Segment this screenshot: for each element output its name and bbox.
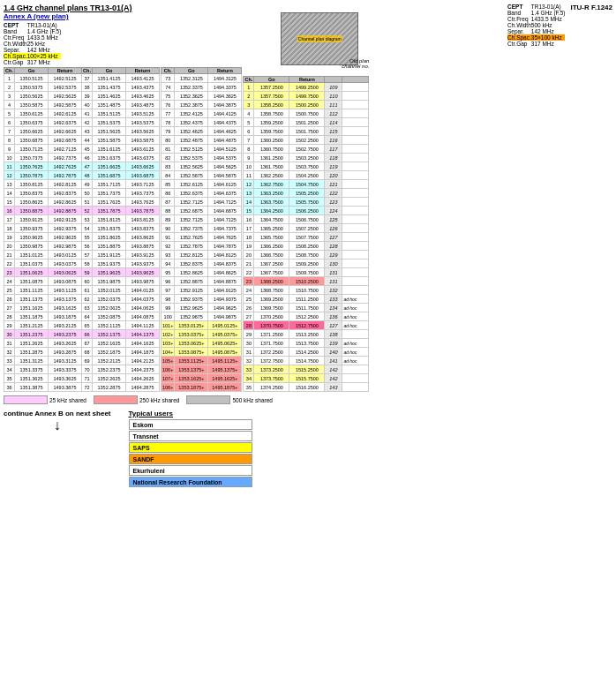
table-row: 201366.75001508.7500129 xyxy=(244,251,369,260)
table-row: 281370.75001512.7500127ad hoc xyxy=(244,321,369,330)
table-row: 941352.83751494.8375 xyxy=(162,260,242,268)
channel-diagram: Channel plan diagram xyxy=(281,12,358,65)
table-row: 871352.71251494.7125 xyxy=(162,198,242,207)
table-row: 221367.75001509.7500131 xyxy=(244,268,369,277)
table-row: 811352.51251494.5125 xyxy=(162,145,242,154)
legend-25: 25 kHz shared xyxy=(4,395,86,404)
table-row: 731352.31251494.3125 xyxy=(162,74,242,83)
legend-250: 250 kHz shared xyxy=(94,395,180,404)
table-row: 191366.25001508.2500128 xyxy=(244,242,369,251)
right-main-table: Ch. Go Return 11357.25001499.25001092135… xyxy=(243,76,369,392)
table-row: 105+1353.1125+1495.1125+ xyxy=(162,357,242,365)
table-row: 291371.25001513.2500138 xyxy=(244,330,369,339)
table-row: 106+1353.1375+1495.1375+ xyxy=(162,365,242,374)
right-col-ret: Return xyxy=(289,77,325,83)
table-row: 101+1353.0125+1495.0125+ xyxy=(162,321,242,330)
table-row: 821352.53751494.5375 xyxy=(162,154,242,162)
right-col-adhoc xyxy=(342,77,369,83)
table-row: 81360.75001502.7500117 xyxy=(244,145,369,154)
col-ret2-header: Return xyxy=(126,68,160,74)
main-title: 1.4 GHz channel plans TR13-01(A) xyxy=(4,4,132,12)
mid-col-ch: Ch. xyxy=(162,68,175,74)
table-row: 301371.75001513.7500139ad hoc xyxy=(244,339,369,348)
table-row: 91350.71251492.7125451351.61251493.6125 xyxy=(4,145,160,154)
table-row: 261369.75001511.7500134ad hoc xyxy=(244,304,369,312)
table-row: 131350.81251492.8125491351.71251493.7125 xyxy=(4,180,160,189)
table-row: 171365.25001507.2500126 xyxy=(244,224,369,233)
typical-users-list: EskomTransnetSAPSSANDFEkurhuleniNational… xyxy=(129,419,252,487)
table-row: 971352.91251494.9125 xyxy=(162,286,242,295)
table-row: 161364.75001506.7500125 xyxy=(244,215,369,224)
mid-main-table: Ch. Go Return 731352.31251494.3125741352… xyxy=(161,67,242,392)
table-row: 1001352.98751494.9875 xyxy=(162,312,242,321)
table-row: 111350.76251492.7625471351.66251493.6625 xyxy=(4,162,160,171)
table-row: 341351.33751493.3375701352.23751494.2375 xyxy=(4,365,160,374)
table-row: 108+1353.1875+1495.1875+ xyxy=(162,383,242,392)
table-row: 121350.78751492.7875481351.68751493.6875 xyxy=(4,171,160,180)
table-row: 981352.93751494.9375 xyxy=(162,295,242,304)
typical-users-block: Typical users EskomTransnetSAPSSANDFEkur… xyxy=(129,410,252,488)
table-row: 107+1353.1625+1495.1625+ xyxy=(162,374,242,383)
table-row: 781352.43751494.4375 xyxy=(162,118,242,127)
table-row: 191350.96251492.9625551351.86251493.8625 xyxy=(4,233,160,242)
table-row: 241351.08751493.0875601351.98751493.9875 xyxy=(4,277,160,286)
legend-row: 25 kHz shared 250 kHz shared 500 kHz sha… xyxy=(4,395,612,404)
right-section: Old plan channel no. Ch. Go Return 11357… xyxy=(243,67,369,392)
table-row: 281351.18751493.1875641352.08751494.0875 xyxy=(4,312,160,321)
table-row: 311372.25001514.2500140ad hoc xyxy=(244,348,369,357)
table-row: 901352.73751494.7375 xyxy=(162,224,242,233)
table-row: 251351.11251493.1125611352.01251494.0125 xyxy=(4,286,160,295)
table-row: 171350.91251492.9125531351.81251493.8125 xyxy=(4,215,160,224)
table-row: 41350.58751492.5875401351.48751493.4875 xyxy=(4,101,160,109)
table-row: 181365.75001507.7500127 xyxy=(244,233,369,242)
table-row: 241368.75001510.7500132 xyxy=(244,286,369,295)
table-row: 271351.16251493.1625631352.06251494.0625 xyxy=(4,304,160,312)
table-row: 311351.26251493.2625671352.16251494.1625 xyxy=(4,339,160,348)
table-row: 81350.68751492.6875441351.58751493.5875 xyxy=(4,136,160,145)
right-col-go: Go xyxy=(254,77,289,83)
typical-user-item: SANDF xyxy=(129,454,252,464)
table-row: 131363.25001505.2500122 xyxy=(244,189,369,198)
table-row: 351374.25001516.2500143 xyxy=(244,383,369,392)
typical-user-item: Transnet xyxy=(129,431,252,441)
table-row: 331351.31251493.3125691352.21251494.2125 xyxy=(4,357,160,365)
table-row: 911352.76251494.7625 xyxy=(162,233,242,242)
typical-user-item: Ekurhuleni xyxy=(129,465,252,476)
table-row: 751352.36251494.3625 xyxy=(162,92,242,101)
typical-user-item: Eskom xyxy=(129,419,252,430)
table-row: 51359.25001501.2500114 xyxy=(244,118,369,127)
table-row: 841352.58751494.5875 xyxy=(162,171,242,180)
table-row: 771352.41251494.4125 xyxy=(162,109,242,118)
sub-title: Annex A (new plan) xyxy=(4,12,132,20)
table-row: 851352.61251494.6125 xyxy=(162,180,242,189)
table-row: 101361.75001503.7500119 xyxy=(244,162,369,171)
page: 1.4 GHz channel plans TR13-01(A) Annex A… xyxy=(0,0,616,677)
table-row: 121362.75001504.7500121 xyxy=(244,180,369,189)
table-row: 21350.53751492.5375381351.43751493.4375 xyxy=(4,83,160,92)
legend-250-box xyxy=(94,395,138,404)
left-main-table: Ch. Go Return Ch. Go Return 11350.512514… xyxy=(4,67,160,392)
table-row: 103+1353.0625+1495.0625+ xyxy=(162,339,242,348)
legend-25-text: 25 kHz shared xyxy=(49,397,86,403)
table-row: 361351.38751493.3875721352.28751494.2875 xyxy=(4,383,160,392)
table-row: 321351.28751493.2875681352.18751494.1875 xyxy=(4,348,160,357)
mid-col-go: Go xyxy=(175,68,208,74)
table-row: 11357.25001499.2500109 xyxy=(244,83,369,92)
legend-500: 500 kHz shared xyxy=(186,395,273,404)
table-row: 801352.48751494.4875 xyxy=(162,136,242,145)
cept-new-table: CEPTTR13-01(A) Band1.4 GHz (F.5) Ctr.Fre… xyxy=(507,4,565,47)
table-row: 231351.06251493.0625591351.96251493.9625 xyxy=(4,268,160,277)
left-section: Ch. Go Return Ch. Go Return 11350.512514… xyxy=(4,67,160,392)
typical-users-label: Typical users xyxy=(129,410,252,417)
legend-250-text: 250 kHz shared xyxy=(139,397,180,403)
legend-500-box xyxy=(186,395,230,404)
table-row: 41358.75001500.7500112 xyxy=(244,109,369,118)
cept-old-table: CEPTTR13-01(A) Band1.4 GHz (F.5) Ctr.Fre… xyxy=(4,22,61,65)
table-row: 11350.51251492.5125371351.41251493.4125 xyxy=(4,74,160,83)
continue-block: continue Annex B on next sheet ↓ xyxy=(4,410,111,488)
col-ch2-header: Ch. xyxy=(82,68,93,74)
table-row: 141350.83751492.8375501351.73751493.7375 xyxy=(4,189,160,198)
itu-ref: ITU-R F.1242 xyxy=(570,4,612,47)
table-row: 91361.25001503.2500118 xyxy=(244,154,369,162)
table-row: 151364.25001506.2500124 xyxy=(244,207,369,215)
